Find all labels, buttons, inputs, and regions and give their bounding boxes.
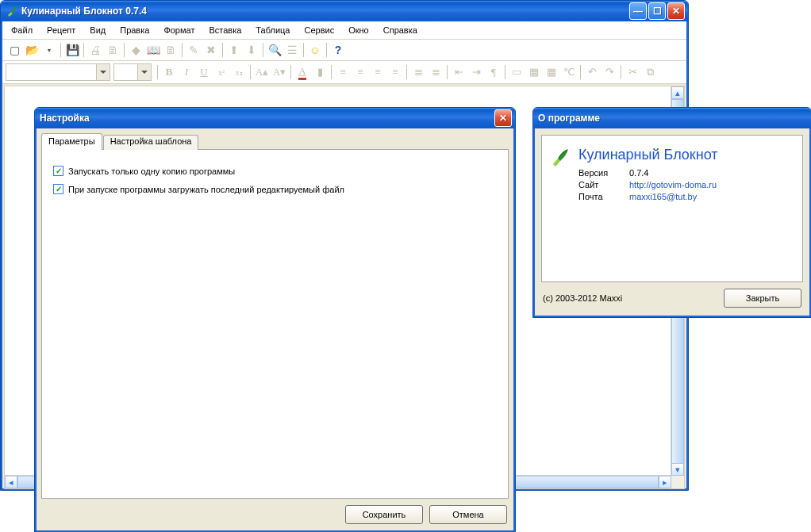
filter-icon[interactable]: ☰ [283, 41, 301, 59]
font-family-combo[interactable] [6, 63, 110, 81]
about-body: Кулинарный Блокнот Версия 0.7.4 Сайт htt… [533, 128, 811, 317]
main-title: Кулинарный Блокнот 0.7.4 [21, 6, 628, 17]
mail-label: Почта [578, 192, 629, 201]
settings-title: Настройка [40, 113, 493, 124]
move-up-icon[interactable]: ⬆ [225, 41, 243, 59]
toolbar-separator [580, 65, 581, 79]
about-info: Кулинарный Блокнот Версия 0.7.4 Сайт htt… [578, 147, 794, 274]
site-label: Сайт [578, 180, 629, 189]
insert-image-icon[interactable]: ▭ [508, 63, 525, 81]
main-titlebar[interactable]: Кулинарный Блокнот 0.7.4 — ☐ ✕ [1, 1, 688, 21]
toolbar-separator [406, 65, 407, 79]
align-justify-icon[interactable]: ≡ [386, 63, 404, 81]
align-center-icon[interactable]: ≡ [352, 63, 369, 81]
new-file-icon[interactable]: ▢ [6, 41, 23, 59]
toolbar-separator [250, 65, 251, 79]
page-icon[interactable]: 🗎 [162, 41, 179, 59]
print-icon[interactable]: 🖨 [86, 41, 104, 59]
checkbox-icon[interactable]: ✓ [53, 166, 63, 176]
menu-format[interactable]: Формат [156, 23, 202, 37]
menu-window[interactable]: Окно [341, 23, 376, 37]
insert-temp-icon[interactable]: ℃ [560, 63, 578, 81]
paragraph-icon[interactable]: ¶ [485, 63, 502, 81]
open-dropdown-icon[interactable]: ▼ [40, 41, 58, 59]
minimize-button[interactable]: — [629, 2, 647, 20]
settings-body: Параметры Настройка шаблона ✓ Запускать … [35, 128, 515, 532]
option-label: При запуске программы загружать последни… [68, 185, 344, 194]
copy-icon[interactable]: ⧉ [641, 63, 659, 81]
maximize-button[interactable]: ☐ [648, 2, 666, 20]
chevron-down-icon[interactable] [137, 64, 151, 80]
toolbar-separator [60, 43, 61, 57]
version-value: 0.7.4 [629, 168, 648, 178]
toolbar-separator [505, 65, 505, 79]
close-button[interactable]: ✕ [494, 109, 512, 127]
font-size-combo[interactable] [113, 63, 152, 81]
scroll-left-icon[interactable]: ◂ [5, 476, 17, 488]
outdent-icon[interactable]: ⇤ [450, 63, 467, 81]
italic-icon[interactable]: I [178, 63, 195, 81]
delete-icon[interactable]: ✖ [202, 41, 220, 59]
menu-table[interactable]: Таблица [248, 23, 297, 37]
grow-font-icon[interactable]: A▴ [253, 63, 271, 81]
close-button[interactable]: ✕ [667, 2, 685, 20]
undo-icon[interactable]: ↶ [583, 63, 601, 81]
underline-icon[interactable]: U [195, 63, 213, 81]
scroll-down-icon[interactable]: ▾ [671, 463, 684, 476]
bullet-list-icon[interactable]: ≣ [409, 63, 427, 81]
subscript-icon[interactable]: x₂ [230, 63, 248, 81]
open-file-icon[interactable]: 📂 [23, 41, 40, 59]
align-right-icon[interactable]: ≡ [369, 63, 386, 81]
superscript-icon[interactable]: x² [213, 63, 230, 81]
smiley-icon[interactable]: ☺ [306, 41, 324, 59]
indent-icon[interactable]: ⇥ [467, 63, 485, 81]
scroll-right-icon[interactable]: ▸ [659, 476, 671, 488]
chevron-down-icon[interactable] [96, 64, 110, 80]
menu-service[interactable]: Сервис [298, 23, 342, 37]
find-icon[interactable]: 🔍 [266, 41, 283, 59]
tab-parameters[interactable]: Параметры [41, 133, 102, 150]
option-load-last-file[interactable]: ✓ При запуске программы загружать послед… [53, 184, 497, 194]
settings-dialog: Настройка ✕ Параметры Настройка шаблона … [34, 107, 516, 532]
tab-template[interactable]: Настройка шаблона [103, 135, 199, 150]
highlight-icon[interactable]: ▮ [311, 63, 329, 81]
insert-grid-icon[interactable]: ▦ [543, 63, 560, 81]
edit-icon[interactable]: ✎ [185, 41, 202, 59]
about-titlebar[interactable]: О программе [533, 108, 811, 128]
number-list-icon[interactable]: ≣ [427, 63, 444, 81]
about-title: О программе [538, 113, 808, 124]
insert-table-icon[interactable]: ▦ [525, 63, 543, 81]
cancel-button[interactable]: Отмена [429, 505, 507, 524]
site-link[interactable]: http://gotovim-doma.ru [629, 180, 717, 189]
print-preview-icon[interactable]: 🗎 [104, 41, 121, 59]
menu-recipe[interactable]: Рецепт [40, 23, 83, 37]
settings-titlebar[interactable]: Настройка ✕ [35, 108, 515, 128]
checkbox-icon[interactable]: ✓ [53, 184, 63, 194]
save-button[interactable]: Сохранить [345, 505, 423, 524]
redo-icon[interactable]: ↷ [601, 63, 618, 81]
menu-view[interactable]: Вид [83, 23, 113, 37]
mail-link[interactable]: maxxi165@tut.by [629, 192, 697, 201]
menu-file[interactable]: Файл [4, 23, 40, 37]
help-icon[interactable]: ? [329, 41, 347, 59]
close-button[interactable]: Закрыть [724, 289, 801, 308]
open-book-icon[interactable]: 📖 [144, 41, 162, 59]
tab-content: ✓ Запускать только одну копию программы … [41, 149, 509, 499]
about-dialog: О программе Кулинарный Блокнот Версия 0.… [532, 107, 811, 318]
menu-help[interactable]: Справка [376, 23, 425, 37]
align-left-icon[interactable]: ≡ [334, 63, 352, 81]
scroll-up-icon[interactable]: ▴ [671, 86, 684, 99]
scroll-corner [671, 476, 684, 488]
menu-edit[interactable]: Правка [113, 23, 156, 37]
shrink-font-icon[interactable]: A▾ [271, 63, 288, 81]
about-content: Кулинарный Блокнот Версия 0.7.4 Сайт htt… [541, 135, 803, 282]
save-icon[interactable]: 💾 [63, 41, 81, 59]
toolbar-separator [157, 65, 158, 79]
move-down-icon[interactable]: ⬇ [243, 41, 260, 59]
book-icon[interactable]: ◆ [127, 41, 144, 59]
bold-icon[interactable]: B [160, 63, 178, 81]
cut-icon[interactable]: ✂ [624, 63, 641, 81]
option-single-instance[interactable]: ✓ Запускать только одну копию программы [53, 166, 497, 176]
font-color-icon[interactable]: A [294, 63, 311, 81]
menu-insert[interactable]: Вставка [202, 23, 248, 37]
